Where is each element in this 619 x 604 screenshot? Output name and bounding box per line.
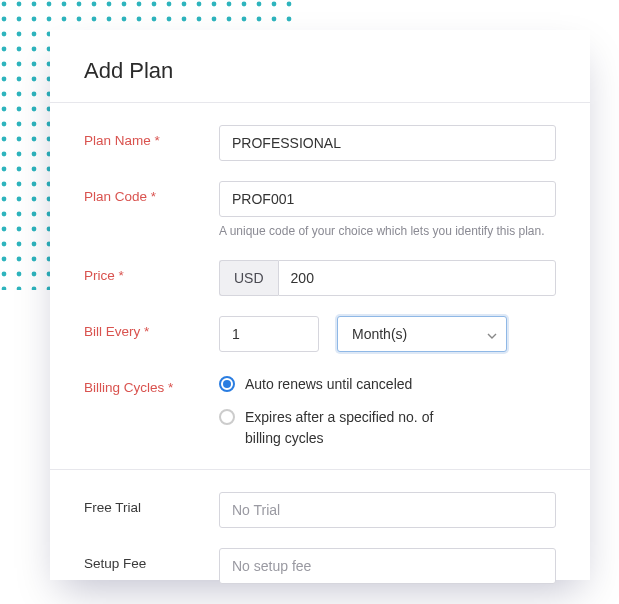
radio-icon xyxy=(219,376,235,392)
row-plan-code: Plan Code * A unique code of your choice… xyxy=(84,181,556,240)
page-title: Add Plan xyxy=(84,58,556,84)
plan-code-input[interactable] xyxy=(219,181,556,217)
price-input[interactable] xyxy=(278,260,556,296)
label-price: Price * xyxy=(84,260,219,283)
plan-name-input[interactable] xyxy=(219,125,556,161)
label-plan-name: Plan Name * xyxy=(84,125,219,148)
radio-auto-renew[interactable]: Auto renews until canceled xyxy=(219,374,556,395)
row-billing-cycles: Billing Cycles * Auto renews until cance… xyxy=(84,372,556,449)
row-price: Price * USD xyxy=(84,260,556,296)
bill-every-unit-select[interactable]: Month(s) xyxy=(337,316,507,352)
bill-every-input[interactable] xyxy=(219,316,319,352)
setup-fee-input[interactable] xyxy=(219,548,556,584)
label-setup-fee: Setup Fee xyxy=(84,548,219,571)
label-billing-cycles: Billing Cycles * xyxy=(84,372,219,395)
radio-expires-label: Expires after a specified no. of billing… xyxy=(245,407,465,449)
row-bill-every: Bill Every * Month(s) xyxy=(84,316,556,352)
currency-addon: USD xyxy=(219,260,278,296)
label-plan-code: Plan Code * xyxy=(84,181,219,204)
label-bill-every: Bill Every * xyxy=(84,316,219,339)
radio-auto-renew-label: Auto renews until canceled xyxy=(245,374,412,395)
divider xyxy=(50,469,590,470)
plan-code-helper: A unique code of your choice which lets … xyxy=(219,223,556,240)
divider xyxy=(50,102,590,103)
free-trial-input[interactable] xyxy=(219,492,556,528)
radio-expires[interactable]: Expires after a specified no. of billing… xyxy=(219,407,556,449)
add-plan-form: Add Plan Plan Name * Plan Code * A uniqu… xyxy=(50,30,590,580)
row-plan-name: Plan Name * xyxy=(84,125,556,161)
row-setup-fee: Setup Fee xyxy=(84,548,556,584)
label-free-trial: Free Trial xyxy=(84,492,219,515)
radio-icon xyxy=(219,409,235,425)
row-free-trial: Free Trial xyxy=(84,492,556,528)
